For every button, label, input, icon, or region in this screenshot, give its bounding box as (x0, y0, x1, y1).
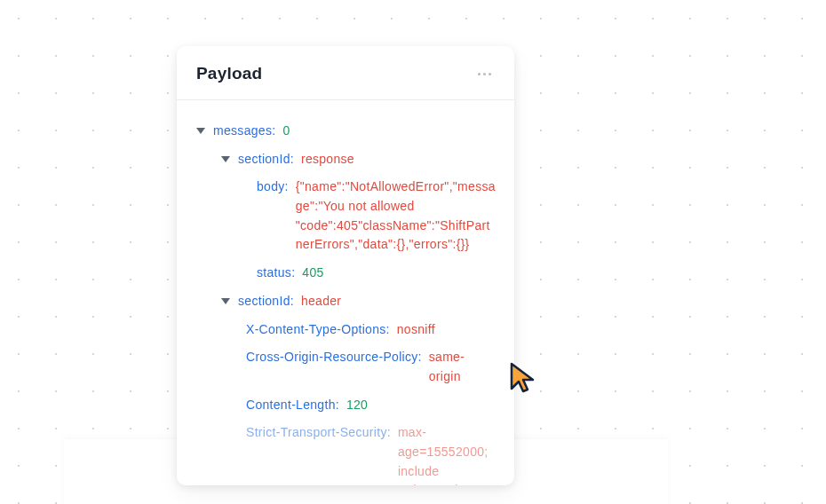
tree-value: same-origin (429, 348, 496, 386)
caret-down-icon (221, 156, 230, 162)
tree-key: body: (257, 177, 289, 197)
tree-key: messages: (213, 122, 275, 141)
payload-tree: messages: 0 sectionId: response body: {"… (177, 100, 514, 485)
tree-key: sectionId: (238, 150, 294, 169)
tree-key: Strict-Transport-Security: (246, 423, 391, 443)
tree-key: status: (257, 264, 295, 283)
caret-down-icon (196, 128, 205, 134)
tree-value: header (301, 292, 341, 311)
tree-value: response (301, 150, 354, 169)
tree-row-sts[interactable]: Strict-Transport-Security: max-age=15552… (195, 423, 496, 485)
tree-row-messages[interactable]: messages: 0 (195, 122, 496, 141)
card-title: Payload (196, 64, 262, 83)
tree-row-content-length[interactable]: Content-Length: 120 (195, 396, 496, 415)
tree-value: max-age=15552000; include SubDomains (398, 423, 496, 485)
tree-value: 120 (346, 396, 368, 415)
tree-row-xcto[interactable]: X-Content-Type-Options: nosniff (195, 320, 496, 340)
tree-row-corp[interactable]: Cross-Origin-Resource-Policy: same-origi… (195, 348, 496, 386)
more-icon[interactable] (474, 69, 495, 79)
payload-card: Payload messages: 0 sectionId: response … (177, 46, 514, 485)
tree-value: {"name":"NotAllowedError","message":"You… (296, 177, 496, 255)
tree-row-status[interactable]: status: 405 (195, 264, 496, 283)
tree-value: 0 (282, 122, 290, 141)
tree-row-section-response[interactable]: sectionId: response (195, 150, 496, 169)
tree-key: sectionId: (238, 292, 294, 311)
card-header: Payload (177, 46, 514, 100)
tree-row-body[interactable]: body: {"name":"NotAllowedError","message… (195, 177, 496, 255)
tree-row-section-header[interactable]: sectionId: header (195, 292, 496, 311)
caret-down-icon (221, 298, 230, 304)
tree-key: Content-Length: (246, 396, 339, 415)
tree-value: 405 (302, 264, 323, 283)
tree-value: nosniff (397, 320, 435, 340)
tree-key: X-Content-Type-Options: (246, 320, 390, 340)
tree-key: Cross-Origin-Resource-Policy: (246, 348, 422, 367)
